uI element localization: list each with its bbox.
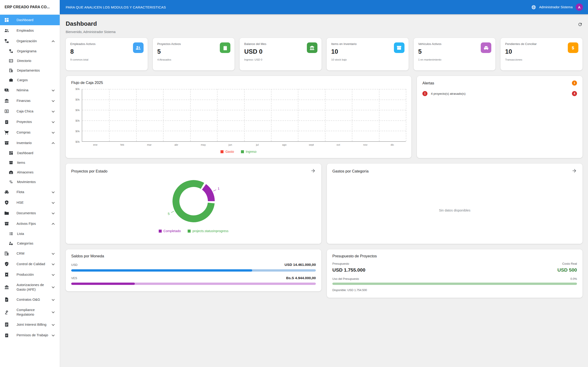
- user-menu[interactable]: Administrador Sistema: [539, 5, 573, 9]
- sidebar-item-lista[interactable]: Lista: [0, 229, 60, 239]
- budget-label: Presupuesto: [332, 262, 365, 265]
- budget-card: Presupuesto de Proyectos Presupuesto USD…: [327, 249, 582, 298]
- warehouse-icon: [9, 170, 14, 175]
- chevron-down-icon: [52, 323, 55, 326]
- stat-label: Items en Inventario: [331, 42, 404, 46]
- stat-value: USD 0: [244, 48, 317, 55]
- sidebar-item-cargos[interactable]: Cargos: [0, 75, 60, 85]
- sidebar-item-label: Organización: [17, 39, 52, 43]
- real-cost-label: Costo Real: [557, 262, 577, 265]
- stat-value: 5: [418, 48, 491, 55]
- bank-icon: [4, 285, 10, 290]
- topbar: PARA QUE ANALICEN LOS MODULOS Y CARACTER…: [60, 0, 588, 14]
- people-icon: [4, 28, 10, 33]
- shieldplus-icon: [4, 200, 10, 205]
- sidebar-item-movimientos[interactable]: Movimientos: [0, 177, 60, 187]
- currency-amount: Bs.S 4.944.000,00: [286, 276, 316, 280]
- sidebar-item-contratos-o-g[interactable]: Contratos O&G: [0, 294, 60, 305]
- sidebar-item-nomina[interactable]: Nómina: [0, 85, 60, 95]
- budget-usage-pct: 0.0%: [571, 277, 577, 281]
- sidebar-item-compliance-regulatorio[interactable]: Compliance Regulatorio: [0, 305, 60, 319]
- stat-subtext: 9 common.total: [70, 58, 143, 61]
- bank-icon: [307, 42, 317, 53]
- globe-icon[interactable]: [531, 5, 536, 10]
- sidebar-item-hse[interactable]: HSE: [0, 197, 60, 208]
- projects-status-arrow-button[interactable]: [311, 168, 316, 174]
- sidebar-item-proyectos[interactable]: Proyectos: [0, 117, 60, 127]
- cashflow-chart-title: Flujo de Caja 2025: [71, 81, 406, 85]
- sidebar-item-directorio[interactable]: Directorio: [0, 56, 60, 66]
- sidebar-item-departamentos[interactable]: Departamentos: [0, 66, 60, 75]
- sidebar-item-empleados[interactable]: Empleados: [0, 25, 60, 36]
- chevron-down-icon: [52, 131, 55, 133]
- sidebar-item-flota[interactable]: Flota: [0, 187, 60, 197]
- cashflow-x-axis: enefebmarabrmayjunjulagoseptoctnovdic: [82, 143, 406, 146]
- budget-value: USD 1.755.000: [332, 267, 365, 273]
- error-icon: !: [422, 91, 427, 96]
- sidebar-item-documentos[interactable]: Documentos: [0, 208, 60, 218]
- x-tick-nov: nov: [352, 143, 379, 146]
- stat-subtext: 1 en mantenimiento: [418, 58, 491, 61]
- sidebar-item-activos-fijos[interactable]: Activos Fijos: [0, 218, 60, 229]
- x-tick-dic: dic: [379, 143, 406, 146]
- sidebar-item-organizacion[interactable]: Organización: [0, 36, 60, 46]
- sidebar-item-label: Proyectos: [17, 119, 52, 124]
- sidebar-item-dashboard[interactable]: Dashboard: [0, 148, 60, 158]
- sidebar-item-label: Cargos: [17, 78, 56, 82]
- sidebar-item-autorizaciones-de-gasto-afe[interactable]: Autorizaciones de Gasto (AFE): [0, 280, 60, 294]
- stat-card-vehiculos-activos: Vehículos Activos 5 1 en mantenimiento: [414, 38, 496, 70]
- cashbox-icon: [4, 109, 10, 114]
- sidebar-item-finanzas[interactable]: Finanzas: [0, 95, 60, 106]
- x-tick-feb: feb: [109, 143, 136, 146]
- budget-available: Disponible: USD 1.754.500: [332, 289, 577, 292]
- sidebar-item-permisos-de-trabajo[interactable]: Permisos de Trabajo: [0, 330, 60, 340]
- sidebar-item-organigrama[interactable]: Organigrama: [0, 46, 60, 56]
- stat-card-empleados-activos: Empleados Activos 8 9 common.total: [66, 38, 148, 70]
- expenses-arrow-button[interactable]: [572, 168, 577, 174]
- sidebar-item-items[interactable]: Items: [0, 158, 60, 167]
- currency-amount: USD 14.461.000,00: [285, 263, 316, 267]
- sidebar-item-label: CRM: [17, 251, 52, 256]
- sidebar-item-dashboard[interactable]: Dashboard: [0, 15, 60, 25]
- currency-progress-bar: [71, 283, 316, 285]
- x-tick-may: may: [190, 143, 217, 146]
- sidebar-item-label: Empleados: [17, 28, 56, 33]
- cashflow-y-axis: $0k$0k$0k$0k$0k$0k: [71, 89, 82, 142]
- legend-item-gasto[interactable]: Gasto: [221, 150, 234, 153]
- stat-card-balance-del-mes: Balance del Mes USD 0 Ingreso: USD 0: [240, 38, 321, 70]
- legend-item-projects-statusinprogress[interactable]: projects.statusInprogress: [188, 229, 228, 233]
- shapes-icon: [9, 241, 14, 246]
- avatar[interactable]: A: [576, 3, 583, 11]
- sidebar-item-caja-chica[interactable]: Caja Chica: [0, 106, 60, 117]
- sidebar-item-produccion[interactable]: Producción: [0, 269, 60, 280]
- expenses-title: Gastos por Categoría: [332, 169, 369, 173]
- sidebar-item-compras[interactable]: Compras: [0, 127, 60, 138]
- sidebar-item-almacenes[interactable]: Almacenes: [0, 167, 60, 177]
- currency-code: USD: [71, 263, 78, 267]
- stat-cards-row: Empleados Activos 8 9 common.total Proye…: [66, 38, 582, 70]
- projects-status-title: Proyectos por Estado: [71, 169, 107, 173]
- alert-item-badge: 4: [572, 91, 577, 96]
- sidebar-item-control-de-calidad[interactable]: Control de Calidad: [0, 259, 60, 269]
- clipboard-icon: [4, 333, 10, 338]
- sidebar-item-categorias[interactable]: Categorías: [0, 239, 60, 248]
- sidebar-item-label: Compras: [17, 130, 52, 135]
- stat-label: Proyectos Activos: [157, 42, 230, 46]
- refresh-button[interactable]: [578, 22, 582, 27]
- app-root: ERP CREADO PARA CO... Dashboard Empleado…: [0, 0, 588, 367]
- sidebar-item-crm[interactable]: CRM: [0, 248, 60, 259]
- stat-label: Vehículos Activos: [418, 42, 491, 46]
- clipboard-icon: [220, 42, 230, 53]
- sidebar-item-joint-interest-billing[interactable]: Joint Interest Billing: [0, 319, 60, 330]
- bank-icon: [4, 98, 10, 103]
- gavel-icon: [4, 310, 10, 315]
- legend-item-completado[interactable]: Completado: [159, 229, 181, 233]
- legend-item-ingreso[interactable]: Ingreso: [241, 150, 257, 153]
- list-icon: [9, 232, 14, 236]
- legend-label: Gasto: [225, 150, 234, 153]
- sidebar-item-label: Categorías: [17, 241, 56, 246]
- sidebar-item-inventario[interactable]: Inventario: [0, 138, 60, 148]
- stat-label: Empleados Activos: [70, 42, 143, 46]
- legend-swatch: [188, 230, 191, 233]
- legend-label: Ingreso: [246, 150, 257, 153]
